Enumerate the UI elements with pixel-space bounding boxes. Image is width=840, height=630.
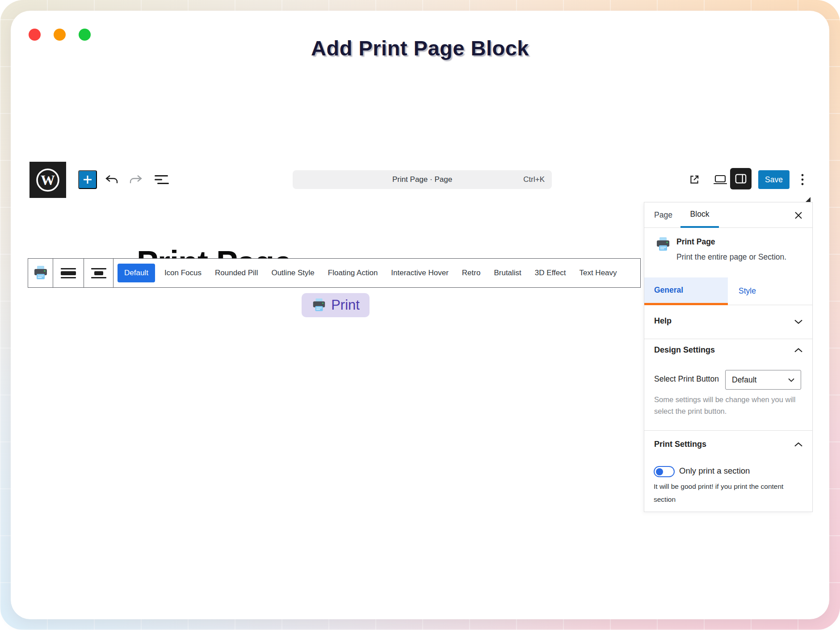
close-sidebar-button[interactable] xyxy=(790,207,807,224)
settings-sidebar: Page Block xyxy=(644,202,813,512)
list-view-icon xyxy=(155,174,169,185)
toggle-knob xyxy=(656,468,663,475)
page-title: Add Print Page Block xyxy=(11,36,829,60)
align-wide-button[interactable] xyxy=(53,259,84,287)
document-command-bar[interactable]: Print Page · Page Ctrl+K xyxy=(293,170,552,189)
chevron-up-icon[interactable] xyxy=(794,348,802,353)
printer-icon xyxy=(655,236,671,252)
close-icon xyxy=(794,211,802,219)
style-option-default[interactable]: Default xyxy=(118,264,155,282)
settings-panel-toggle[interactable] xyxy=(730,168,752,189)
toggle-label: Only print a section xyxy=(679,466,750,476)
style-option-icon-focus[interactable]: Icon Focus xyxy=(158,269,208,277)
tab-page[interactable]: Page xyxy=(654,202,672,228)
undo-icon xyxy=(105,175,118,185)
preview-device-button[interactable] xyxy=(711,171,729,189)
style-option-brutalist[interactable]: Brutalist xyxy=(487,269,528,277)
block-toolbar: Default Icon Focus Rounded Pill Outline … xyxy=(28,258,641,288)
align-center-icon xyxy=(91,268,106,278)
tab-style[interactable]: Style xyxy=(728,277,813,305)
print-settings-title[interactable]: Print Settings xyxy=(654,440,706,449)
print-button-label: Print xyxy=(331,297,360,313)
style-variation-list: Default Icon Focus Rounded Pill Outline … xyxy=(113,259,640,287)
panel-corner-notch xyxy=(806,197,811,202)
chevron-down-icon xyxy=(794,319,802,324)
select-print-button-label: Select Print Button xyxy=(654,374,719,384)
align-center-button[interactable] xyxy=(84,259,113,287)
block-type-button[interactable] xyxy=(28,259,53,287)
print-button-style-select[interactable]: Default xyxy=(725,370,801,390)
style-option-rounded-pill[interactable]: Rounded Pill xyxy=(208,269,265,277)
design-settings-helper: Some settings will be change when you wi… xyxy=(654,394,803,417)
list-view-button[interactable] xyxy=(153,171,171,189)
app-window: Add Print Page Block W xyxy=(11,11,829,619)
help-section-toggle[interactable]: Help xyxy=(644,305,812,339)
style-option-floating-action[interactable]: Floating Action xyxy=(321,269,385,277)
sidebar-panel-icon xyxy=(734,172,748,185)
style-option-text-heavy[interactable]: Text Heavy xyxy=(572,269,623,277)
redo-button[interactable] xyxy=(127,171,145,189)
screenshot-root: Add Print Page Block W xyxy=(0,0,840,630)
select-value: Default xyxy=(732,375,756,385)
style-option-retro[interactable]: Retro xyxy=(455,269,487,277)
more-options-button[interactable] xyxy=(794,171,811,189)
block-card-title: Print Page xyxy=(676,237,715,247)
sidebar-header: Page Block xyxy=(644,202,812,228)
plus-icon xyxy=(82,174,93,185)
redo-icon xyxy=(129,175,143,185)
style-option-interactive-hover[interactable]: Interactive Hover xyxy=(384,269,455,277)
style-option-outline-style[interactable]: Outline Style xyxy=(265,269,321,277)
only-print-section-toggle[interactable] xyxy=(654,466,675,477)
block-inserter-button[interactable] xyxy=(78,170,97,189)
wordpress-logo-icon: W xyxy=(35,167,61,193)
align-wide-icon xyxy=(61,268,76,278)
print-settings-helper: It will be good print! if you print the … xyxy=(654,480,806,506)
undo-button[interactable] xyxy=(103,171,121,189)
help-section-title: Help xyxy=(654,316,672,326)
chevron-down-icon xyxy=(788,378,794,382)
chevron-up-icon[interactable] xyxy=(794,442,802,447)
style-option-3d-effect[interactable]: 3D Effect xyxy=(528,269,573,277)
svg-text:W: W xyxy=(41,172,55,188)
printer-icon xyxy=(311,298,327,313)
printer-icon xyxy=(33,265,49,281)
block-card-description: Print the entire page or Section. xyxy=(676,252,786,262)
design-settings-title[interactable]: Design Settings xyxy=(654,345,715,355)
page-background: Add Print Page Block W xyxy=(0,0,840,630)
section-divider xyxy=(644,430,812,431)
wordpress-logo-button[interactable]: W xyxy=(29,162,66,198)
external-link-icon xyxy=(689,174,700,185)
keyboard-shortcut-hint: Ctrl+K xyxy=(523,175,545,184)
tab-general[interactable]: General xyxy=(644,277,728,305)
view-site-button[interactable] xyxy=(685,171,703,189)
laptop-icon xyxy=(714,174,727,185)
save-button[interactable]: Save xyxy=(758,170,790,189)
print-page-button[interactable]: Print xyxy=(302,293,370,317)
kebab-menu-icon xyxy=(801,174,804,185)
document-bar-title: Print Page · Page xyxy=(392,175,452,184)
tab-block[interactable]: Block xyxy=(680,202,719,228)
